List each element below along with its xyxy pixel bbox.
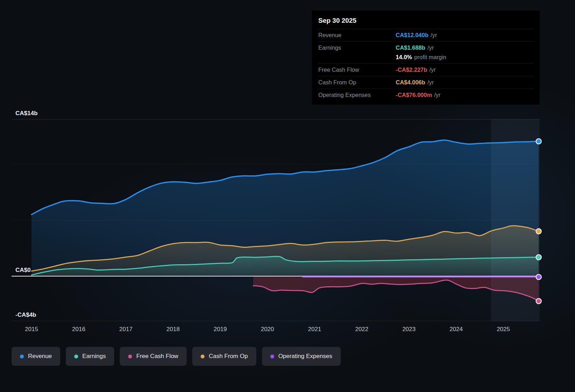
- cash-from-op-legend-dot: [201, 355, 205, 358]
- x-axis-label-2015: 2015: [25, 326, 38, 332]
- tooltip-suffix-free-cash-flow: /yr: [429, 66, 436, 73]
- legend: RevenueEarningsFree Cash FlowCash From O…: [12, 347, 341, 366]
- x-axis-label-2020: 2020: [261, 326, 274, 332]
- free-cash-flow-legend-dot: [128, 355, 132, 358]
- y-axis-label: CA$14b: [15, 110, 37, 117]
- x-axis-label-2017: 2017: [119, 326, 133, 332]
- tooltip-label-cash-from-op: Cash From Op: [318, 79, 396, 86]
- tooltip-label-free-cash-flow: Free Cash Flow: [318, 66, 396, 73]
- y-axis-label: -CA$4b: [15, 312, 36, 318]
- legend-label-cash-from-op: Cash From Op: [209, 353, 248, 360]
- tooltip-suffix-profit-margin: profit margin: [414, 54, 446, 61]
- tooltip-row-earnings: EarningsCA$1.688b/yr: [318, 41, 533, 54]
- tooltip-suffix-earnings: /yr: [427, 44, 434, 51]
- legend-item-operating-expenses[interactable]: Operating Expenses: [262, 347, 341, 366]
- tooltip-suffix-cash-from-op: /yr: [427, 79, 434, 86]
- x-axis-label-2023: 2023: [402, 326, 416, 332]
- x-axis-label-2025: 2025: [497, 326, 510, 332]
- tooltip-label-revenue: Revenue: [318, 32, 396, 38]
- legend-label-free-cash-flow: Free Cash Flow: [136, 353, 178, 360]
- cash-from-op-end-marker: [536, 229, 541, 234]
- tooltip-rows: RevenueCA$12.040b/yrEarningsCA$1.688b/yr…: [318, 29, 533, 101]
- chart-panel: 2015201620172018201920202021202220232024…: [0, 0, 575, 392]
- tooltip-suffix-revenue: /yr: [431, 32, 437, 38]
- legend-label-earnings: Earnings: [82, 353, 106, 360]
- x-axis-label-2021: 2021: [308, 326, 321, 332]
- tooltip-value-profit-margin: 14.0%: [396, 54, 412, 61]
- tooltip-row-operating-expenses: Operating Expenses-CA$76.000m/yr: [318, 89, 533, 101]
- tooltip-value-revenue: CA$12.040b: [396, 32, 429, 38]
- tooltip-date: Sep 30 2025: [318, 15, 533, 29]
- x-axis-label-2024: 2024: [450, 326, 463, 332]
- earnings-end-marker: [536, 255, 541, 260]
- date-tooltip: Sep 30 2025 RevenueCA$12.040b/yrEarnings…: [312, 10, 540, 105]
- revenue-legend-dot: [20, 355, 24, 358]
- tooltip-label-earnings: Earnings: [318, 44, 396, 51]
- tooltip-row-revenue: RevenueCA$12.040b/yr: [318, 29, 533, 41]
- legend-item-revenue[interactable]: Revenue: [12, 347, 60, 366]
- tooltip-suffix-operating-expenses: /yr: [434, 92, 441, 98]
- tooltip-label-operating-expenses: Operating Expenses: [318, 92, 396, 98]
- legend-item-cash-from-op[interactable]: Cash From Op: [192, 347, 256, 366]
- operating-expenses-end-marker: [536, 274, 541, 280]
- legend-label-revenue: Revenue: [28, 353, 52, 360]
- x-axis-label-2016: 2016: [72, 326, 85, 332]
- earnings-legend-dot: [74, 355, 78, 358]
- tooltip-value-cash-from-op: CA$4.006b: [396, 79, 425, 86]
- operating-expenses-legend-dot: [270, 355, 274, 358]
- free-cash-flow-end-marker: [536, 299, 541, 304]
- tooltip-row-profit-margin: 14.0%profit margin: [318, 54, 533, 63]
- x-axis-label-2018: 2018: [166, 326, 180, 332]
- tooltip-row-free-cash-flow: Free Cash Flow-CA$2.227b/yr: [318, 63, 533, 76]
- tooltip-value-operating-expenses: -CA$76.000m: [396, 92, 432, 98]
- tooltip-row-cash-from-op: Cash From OpCA$4.006b/yr: [318, 76, 533, 89]
- legend-item-earnings[interactable]: Earnings: [66, 347, 114, 366]
- legend-label-operating-expenses: Operating Expenses: [278, 353, 332, 360]
- tooltip-value-free-cash-flow: -CA$2.227b: [396, 66, 427, 73]
- y-axis-label: CA$0: [15, 267, 30, 273]
- tooltip-value-earnings: CA$1.688b: [396, 44, 425, 51]
- x-axis-label-2022: 2022: [355, 326, 368, 332]
- legend-item-free-cash-flow[interactable]: Free Cash Flow: [120, 347, 187, 366]
- revenue-end-marker: [536, 139, 541, 144]
- x-axis-label-2019: 2019: [214, 326, 227, 332]
